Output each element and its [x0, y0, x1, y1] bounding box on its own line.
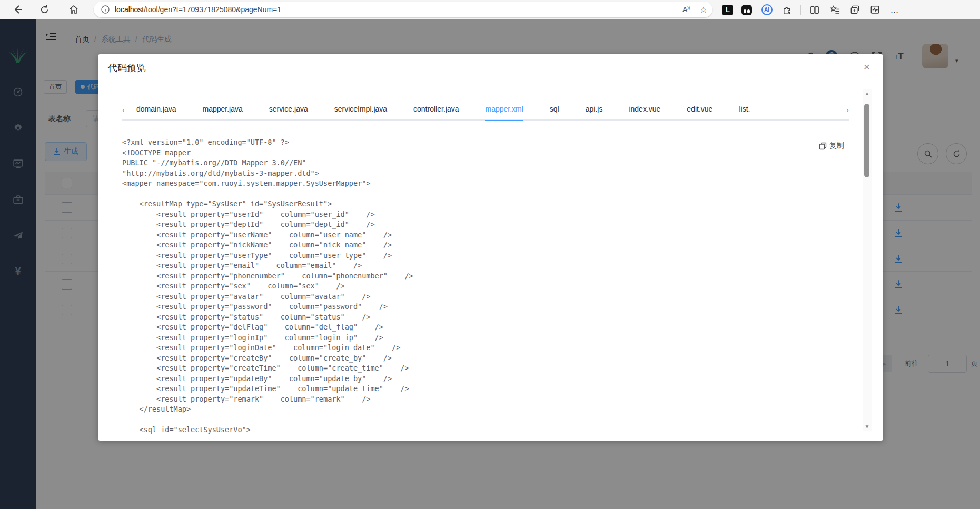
copy-button[interactable]: 复制 — [819, 141, 844, 151]
tab-controller-java[interactable]: controller.java — [413, 99, 459, 120]
scrollbar-thumb[interactable] — [864, 104, 869, 177]
code-preview-dialog: 代码预览 × ‹ domain.javamapper.javaservice.j… — [98, 54, 883, 441]
tab-api-js[interactable]: api.js — [586, 99, 603, 120]
scroll-down-icon[interactable]: ▼ — [863, 424, 872, 430]
browser-refresh-icon[interactable] — [38, 3, 51, 16]
tabs-scroll-left-icon[interactable]: ‹ — [122, 105, 132, 114]
file-tab-bar: ‹ domain.javamapper.javaservice.javaserv… — [122, 100, 849, 121]
dialog-title: 代码预览 — [108, 62, 146, 74]
tab-domain-java[interactable]: domain.java — [136, 99, 176, 120]
extension-l-icon[interactable]: L — [722, 5, 733, 15]
favorites-hub-icon[interactable] — [828, 4, 841, 16]
browser-essentials-icon[interactable] — [868, 4, 881, 16]
url-text[interactable]: localhost/tool/gen?t=1709371825080&pageN… — [115, 5, 281, 14]
browser-home-icon[interactable] — [67, 3, 80, 16]
tabs-scroll-right-icon[interactable]: › — [839, 105, 849, 114]
tab-mapper-java[interactable]: mapper.java — [203, 99, 243, 120]
browser-back-icon[interactable] — [12, 3, 24, 16]
read-aloud-icon[interactable]: A)) — [682, 5, 690, 14]
screen: localhost/tool/gen?t=1709371825080&pageN… — [0, 0, 980, 509]
site-info-icon[interactable] — [101, 5, 110, 14]
address-bar[interactable]: localhost/tool/gen?t=1709371825080&pageN… — [94, 2, 712, 17]
extension-dots-icon[interactable] — [741, 5, 752, 15]
extension-ai-icon[interactable]: Ai — [761, 4, 773, 15]
tab-index-vue[interactable]: index.vue — [629, 99, 660, 120]
code-scrollbar[interactable]: ▲ ▼ — [863, 89, 872, 431]
split-screen-icon[interactable] — [808, 4, 821, 16]
extensions-puzzle-icon[interactable] — [780, 4, 793, 16]
tab-list-[interactable]: list. — [739, 99, 750, 120]
scroll-up-icon[interactable]: ▲ — [863, 91, 872, 96]
tab-edit-vue[interactable]: edit.vue — [687, 99, 712, 120]
dialog-close-icon[interactable]: × — [859, 59, 874, 74]
favorite-star-icon[interactable]: ☆ — [700, 5, 707, 15]
toolbar-divider — [800, 5, 801, 15]
tab-mapper-xml[interactable]: mapper.xml — [485, 99, 523, 120]
code-block[interactable]: <?xml version="1.0" encoding="UTF-8" ?> … — [122, 137, 823, 435]
tab-sql[interactable]: sql — [550, 99, 559, 120]
tab-serviceImpl-java[interactable]: serviceImpl.java — [334, 99, 387, 120]
collections-icon[interactable] — [848, 4, 861, 16]
file-tabs: domain.javamapper.javaservice.javaservic… — [136, 99, 750, 120]
browser-settings-menu-icon[interactable]: … — [888, 4, 901, 16]
browser-toolbar: localhost/tool/gen?t=1709371825080&pageN… — [0, 0, 980, 19]
tab-service-java[interactable]: service.java — [269, 99, 308, 120]
browser-extensions: L Ai … — [722, 0, 901, 19]
